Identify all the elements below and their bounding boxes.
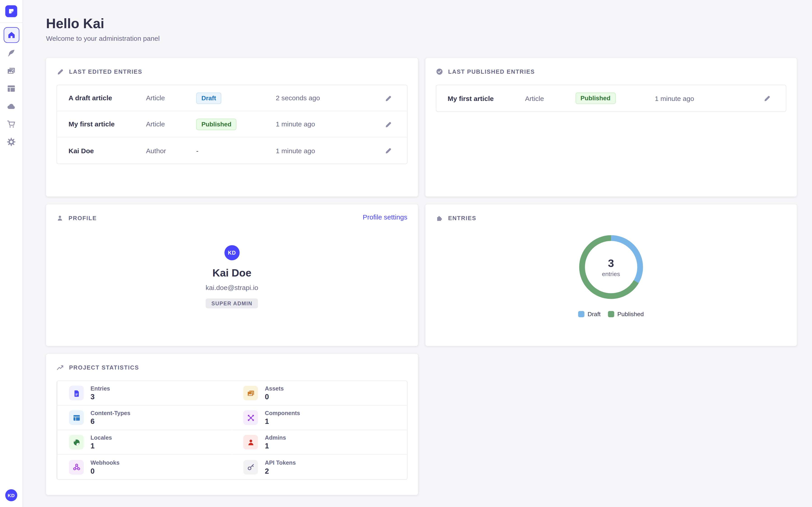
stat-label: Entries xyxy=(91,385,110,392)
trending-up-icon xyxy=(57,364,64,371)
sidebar-item-settings[interactable] xyxy=(3,134,19,150)
sidebar-item-content-manager[interactable] xyxy=(3,45,19,61)
entry-name: Kai Doe xyxy=(68,147,146,155)
sidebar-item-cloud[interactable] xyxy=(3,98,19,114)
stat-item: Assets 0 xyxy=(232,381,407,406)
sidebar-item-content-type-builder[interactable] xyxy=(3,80,19,96)
table-row[interactable]: A draft article Article Draft 2 seconds … xyxy=(57,85,407,111)
gear-icon xyxy=(7,137,15,146)
sidebar: KD xyxy=(0,0,23,507)
stat-value: 3 xyxy=(91,393,110,401)
main-content: Hello Kai Welcome to your administration… xyxy=(23,0,812,507)
card-title: PROFILE xyxy=(68,215,97,221)
project-statistics-card: PROJECT STATISTICS Entries 3 xyxy=(46,354,418,495)
card-title: LAST PUBLISHED ENTRIES xyxy=(448,68,535,75)
stat-value: 1 xyxy=(91,442,112,450)
role-badge: SUPER ADMIN xyxy=(206,298,258,308)
picture-icon xyxy=(243,386,258,400)
sidebar-item-marketplace[interactable] xyxy=(3,116,19,132)
entry-type: Article xyxy=(525,95,575,102)
donut-center: 3 entries xyxy=(578,234,644,300)
profile-name: Kai Doe xyxy=(57,267,407,279)
stat-label: Content-Types xyxy=(91,410,131,416)
entry-name: My first article xyxy=(68,120,146,128)
stat-item: Webhooks 0 xyxy=(57,455,232,479)
person-icon xyxy=(57,215,63,221)
stat-label: Assets xyxy=(265,385,284,392)
pencil-icon xyxy=(384,121,392,128)
profile-settings-link[interactable]: Profile settings xyxy=(363,213,407,221)
sidebar-item-home[interactable] xyxy=(3,27,19,43)
status-badge: Draft xyxy=(196,92,221,104)
card-header: PROFILE Profile settings xyxy=(57,214,407,222)
status-badge: Published xyxy=(196,118,237,130)
table-row[interactable]: My first article Article Published 1 min… xyxy=(57,111,407,137)
table-row[interactable]: Kai Doe Author - 1 minute ago xyxy=(57,137,407,164)
legend-label: Draft xyxy=(588,311,601,317)
globe-icon xyxy=(69,435,84,450)
stat-label: Webhooks xyxy=(91,459,119,465)
legend-item: Published xyxy=(608,311,644,317)
images-icon xyxy=(7,66,15,75)
stat-item: Admins 1 xyxy=(232,430,407,455)
entries-chart-card: ENTRIES 3 entries xyxy=(425,205,797,346)
stat-value: 2 xyxy=(265,466,296,475)
stat-label: Locales xyxy=(91,435,112,441)
stat-value: 6 xyxy=(91,417,131,426)
entry-time: 1 minute ago xyxy=(655,95,748,102)
pencil-icon xyxy=(57,68,64,75)
stat-value: 1 xyxy=(265,417,300,426)
dashboard-grid: LAST EDITED ENTRIES A draft article Arti… xyxy=(46,58,797,495)
person-icon xyxy=(243,435,258,450)
strapi-dashboard: KD Hello Kai Welcome to your administrat… xyxy=(0,0,812,507)
entry-type: Article xyxy=(146,120,196,128)
entry-time: 1 minute ago xyxy=(275,147,369,155)
profile-email: kai.doe@strapi.io xyxy=(57,284,407,292)
table-row[interactable]: My first article Article Published 1 min… xyxy=(436,85,786,111)
cart-icon xyxy=(7,119,15,128)
edit-entry-button[interactable] xyxy=(748,95,786,102)
last-published-table: My first article Article Published 1 min… xyxy=(436,85,786,112)
edit-entry-button[interactable] xyxy=(369,121,407,128)
card-header: PROJECT STATISTICS xyxy=(57,363,407,372)
pencil-icon xyxy=(763,95,770,102)
entry-name: My first article xyxy=(448,95,525,102)
home-icon xyxy=(7,31,15,39)
stat-item: Entries 3 xyxy=(57,381,232,406)
entry-type: Article xyxy=(146,94,196,102)
pencil-icon xyxy=(384,95,392,102)
legend-item: Draft xyxy=(578,311,601,317)
stat-item: API Tokens 2 xyxy=(232,455,407,479)
legend-label: Published xyxy=(617,311,644,317)
edit-entry-button[interactable] xyxy=(369,95,407,102)
sidebar-user-avatar[interactable]: KD xyxy=(5,489,17,501)
entry-name: A draft article xyxy=(68,94,146,102)
entry-time: 1 minute ago xyxy=(275,120,369,128)
layout-icon xyxy=(7,84,15,93)
stat-value: 1 xyxy=(265,442,286,450)
cloud-icon xyxy=(7,102,15,110)
page-subtitle: Welcome to your administration panel xyxy=(46,35,797,42)
stats-grid: Entries 3 Assets 0 xyxy=(57,381,407,480)
card-header: LAST PUBLISHED ENTRIES xyxy=(436,67,786,76)
status-badge: - xyxy=(196,147,199,155)
stat-item: Components 1 xyxy=(232,406,407,430)
stat-label: Components xyxy=(265,410,300,416)
donut-total-value: 3 xyxy=(608,257,614,270)
donut-total-label: entries xyxy=(602,271,620,277)
puzzle-icon xyxy=(436,214,443,222)
pencil-icon xyxy=(384,147,392,154)
edit-entry-button[interactable] xyxy=(369,147,407,154)
strapi-logo[interactable] xyxy=(0,0,23,23)
chart-legend: Draft Published xyxy=(436,311,786,317)
key-icon xyxy=(243,460,258,474)
entry-type: Author xyxy=(146,147,196,155)
stat-value: 0 xyxy=(91,466,119,475)
document-icon xyxy=(69,386,84,400)
profile-card: PROFILE Profile settings KD Kai Doe kai.… xyxy=(46,205,418,346)
stat-label: Admins xyxy=(265,435,286,441)
sidebar-item-media-library[interactable] xyxy=(3,63,19,78)
entry-time: 2 seconds ago xyxy=(275,94,369,102)
sidebar-nav xyxy=(3,27,19,152)
card-title: LAST EDITED ENTRIES xyxy=(69,68,142,75)
